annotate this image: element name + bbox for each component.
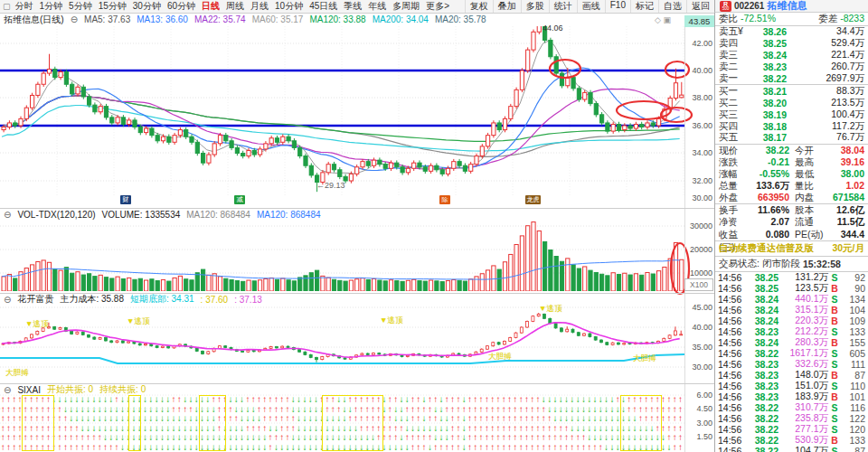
tool-button-多股[interactable]: 多股 (521, 0, 549, 13)
resonance-highlight (199, 395, 226, 451)
bid-row[interactable]: 买二38.20213.5万 (715, 97, 868, 108)
ask-row[interactable]: 卖四38.25529.4万 (715, 38, 868, 50)
axis-tick: 6.00 (683, 391, 712, 400)
indicator-label: MA13: 36.60 (137, 14, 188, 24)
bid-queue[interactable]: 买一38.2188.3万买二38.20213.5万买三38.19100.4万买四… (715, 84, 868, 143)
signal-label: ▼逃顶 (380, 315, 402, 326)
resonance-highlight (322, 395, 383, 451)
axis-divider (684, 25, 685, 452)
stat-row: 涨跌-0.21最高39.16 (715, 156, 868, 168)
axis-tick: 20000 (683, 245, 712, 254)
tool-button-返回[interactable]: 返回 (686, 0, 714, 13)
period-tab-45日线[interactable]: 45日线 (309, 1, 337, 11)
ask-row[interactable]: 卖二38.23260.7万 (715, 61, 868, 73)
svg-text:44.06: 44.06 (542, 24, 563, 33)
period-tab-季线[interactable]: 季线 (344, 1, 362, 11)
ask-row[interactable]: 卖一38.222697.9万 (715, 73, 868, 85)
period-tab-1分钟[interactable]: 1分钟 (40, 1, 63, 11)
ask-row[interactable]: 卖五¥38.2634.4万 (715, 26, 868, 38)
event-marker-icon[interactable]: 财 (120, 195, 131, 204)
axis-tick: 10000 (683, 268, 712, 278)
ad-text: 自动续费通达信普及版 (719, 242, 814, 255)
period-tab-10分钟[interactable]: 10分钟 (275, 1, 303, 11)
session-status: 闭市阶段 (762, 258, 800, 270)
axis-tick: 3.00 (683, 419, 712, 428)
resonance-highlight (22, 395, 54, 451)
period-tab-分时[interactable]: 分时 (15, 1, 33, 11)
stat-row: 外盘663950内盘671584 (715, 192, 868, 203)
stat-row: 现价38.22今开38.04 (715, 145, 868, 156)
indicator-label: MA120: 868484 (257, 210, 321, 220)
axis-tick: 42.00 (683, 39, 712, 48)
stats-section: 现价38.22今开38.04涨跌-0.21最高39.16涨幅-0.55%最低38… (715, 144, 868, 240)
weibi-value: -72.51% (741, 13, 776, 24)
tool-button-复权[interactable]: 复权 (465, 0, 493, 13)
indicator-label: 持续共振: 0 (99, 383, 146, 396)
event-marker-icon[interactable]: 龙虎 (525, 195, 541, 204)
signal-label: ▼逃顶 (127, 316, 149, 327)
indicator-label: : 37.60 (201, 295, 229, 305)
bid-row[interactable]: 买三38.19100.4万 (715, 108, 868, 120)
window-icon[interactable]: ▢ (3, 2, 11, 11)
tool-button-自选[interactable]: 自选 (658, 0, 686, 13)
session-status-row: 交易状态: 闭市阶段 15:32:58 (715, 257, 868, 272)
ad-banner[interactable]: 自动续费通达信普及版 30元/月 (715, 240, 868, 257)
indicator-label: MA120: 868484 (186, 210, 250, 220)
huakai-panel-header: ⊖花开富贵主力成本: 35.88短期底部: 34.31: 37.60: 37.1… (0, 294, 262, 305)
weibi-row: 委比 -72.51% 委差 -8233 (715, 13, 868, 26)
indicator-label: MA22: 35.74 (194, 14, 246, 24)
indicator-label: MA200: 34.04 (373, 14, 429, 24)
signal-label: 大胆搏 (633, 353, 656, 364)
bid-row[interactable]: 买一38.2188.3万 (715, 85, 868, 97)
indicator-label: MA20: 35.78 (435, 14, 486, 24)
tool-button-画线[interactable]: 画线 (577, 0, 605, 13)
tool-button-统计[interactable]: 统计 (549, 0, 577, 13)
trading-terminal: ▢ 分时1分钟5分钟15分钟30分钟60分钟日线周线月线10分钟45日线季线年线… (0, 0, 868, 452)
ask-row[interactable]: 卖三38.24221.4万 (715, 50, 868, 61)
period-tab-多周期[interactable]: 多周期 (392, 1, 420, 11)
stock-name[interactable]: 拓维信息 (767, 0, 807, 13)
period-tab-5分钟[interactable]: 5分钟 (69, 1, 92, 11)
tick-row: 14:5638.22104.7万S87 (715, 446, 868, 452)
ask-queue[interactable]: 卖五¥38.2634.4万卖四38.25529.4万卖三38.24221.4万卖… (715, 26, 868, 84)
event-marker-icon[interactable]: 除 (439, 195, 450, 204)
stock-code: 002261 (734, 1, 764, 11)
period-tab-周线[interactable]: 周线 (226, 1, 244, 11)
bid-row[interactable]: 买四38.18117.2万 (715, 120, 868, 132)
period-tab-年线[interactable]: 年线 (368, 1, 386, 11)
tool-buttons: 复权叠加多股统计画线F10标记自选返回 (465, 0, 714, 13)
stat-row: 总量133.6万量比1.02 (715, 180, 868, 192)
period-tab-30分钟[interactable]: 30分钟 (133, 1, 161, 11)
axis-tick: 1.50 (683, 432, 712, 441)
period-tab-更多>[interactable]: 更多> (426, 1, 449, 11)
bid-row[interactable]: 买五38.1776.7万 (715, 132, 868, 144)
chart-mini-icons[interactable]: ◇ ▣ (655, 15, 671, 24)
period-tab-15分钟[interactable]: 15分钟 (99, 1, 127, 11)
tool-button-标记[interactable]: 标记 (630, 0, 658, 13)
stock-identity: R 500 002261 拓维信息 (714, 0, 868, 13)
resonance-highlight (620, 395, 662, 451)
indicator-label: SIXAI (17, 385, 41, 395)
period-toolbar: ▢ 分时1分钟5分钟15分钟30分钟60分钟日线周线月线10分钟45日线季线年线… (0, 0, 714, 14)
tool-button-叠加[interactable]: 叠加 (493, 0, 521, 13)
collapse-icon[interactable]: ⊖ (71, 14, 78, 24)
period-tab-月线[interactable]: 月线 (250, 1, 269, 11)
collapse-icon[interactable]: ⊖ (4, 295, 11, 305)
indicator-label: : 37.13 (234, 295, 262, 305)
indicator-label: 开始共振: 0 (47, 383, 93, 396)
collapse-icon[interactable]: ⊖ (4, 210, 11, 220)
collapse-icon[interactable]: ⊖ (4, 385, 11, 395)
weibi-label: 委比 (719, 13, 738, 24)
stat-row: 收益(三)0.080PE(动)344.4 (715, 229, 868, 240)
period-tab-日线[interactable]: 日线 (202, 1, 220, 11)
margin-index-badge-icon: R 500 (720, 1, 731, 12)
indicator-label: 主力成本: 35.88 (60, 293, 124, 306)
axis-tick: 32.00 (683, 176, 712, 185)
event-marker-icon[interactable]: 减 (234, 195, 245, 204)
tick-list[interactable]: 14:5638.25131.2万S9214:5638.25123.5万B9014… (715, 272, 868, 452)
indicator-label: 花开富贵 (17, 293, 53, 306)
indicator-label: 拓维信息(日线) (4, 14, 64, 26)
indicator-label: 短期底部: 34.31 (130, 293, 194, 306)
period-tab-60分钟[interactable]: 60分钟 (167, 1, 195, 11)
tool-button-F10[interactable]: F10 (605, 0, 630, 13)
